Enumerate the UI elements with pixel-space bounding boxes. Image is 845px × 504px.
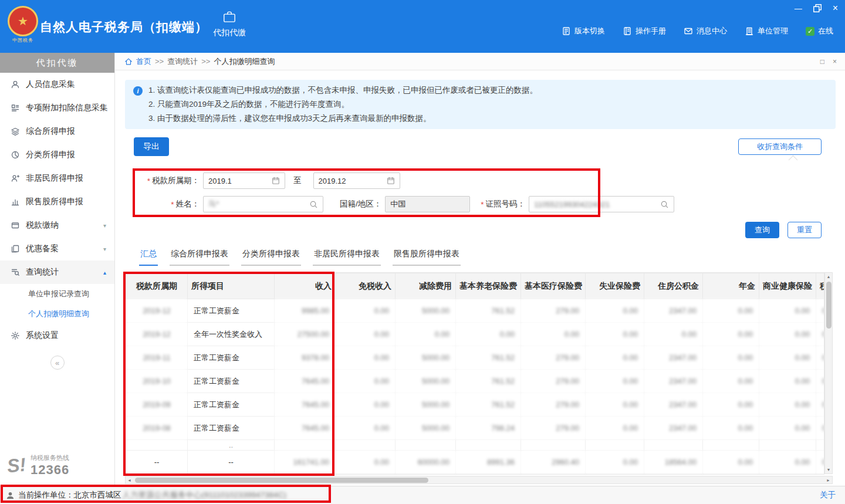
table-cell: 0.00 xyxy=(759,299,816,323)
vertical-scroll-thumb[interactable] xyxy=(826,282,832,329)
name-input[interactable]: 马* xyxy=(203,196,323,212)
tax-bureau-logo: ★ 中国税务 xyxy=(6,6,40,43)
table-row[interactable]: 2019-12正常工资薪金9985.000.005000.00761.52279… xyxy=(126,299,825,323)
nav-message-center[interactable]: 消息中心 xyxy=(684,26,727,36)
table-cell: 正常工资薪金 xyxy=(188,417,275,440)
toolbar: 导出 收折查询条件 xyxy=(125,137,836,156)
person-icon xyxy=(6,491,15,500)
tab-classified-income[interactable]: 分类所得申报表 xyxy=(241,249,301,266)
scroll-right-arrow[interactable]: ► xyxy=(824,476,832,483)
sidebar-subitem-unit-declaration-query[interactable]: 单位申报记录查询 xyxy=(0,284,114,304)
horizontal-scrollbar[interactable]: ◄ ► xyxy=(125,476,833,484)
building-icon xyxy=(745,26,754,36)
sidebar-item-label: 人员信息采集 xyxy=(26,79,75,90)
table-cell: 0.00 xyxy=(816,346,825,370)
emblem-icon: ★ xyxy=(8,6,38,36)
name-label: *姓名： xyxy=(134,199,200,209)
breadcrumb-home[interactable]: 首页 xyxy=(136,56,151,67)
collapse-query-button[interactable]: 收折查询条件 xyxy=(738,138,822,155)
sidebar-collapse-button[interactable]: « xyxy=(50,356,65,370)
nav-manual[interactable]: 操作手册 xyxy=(623,26,666,36)
sidebar-item-comprehensive-income[interactable]: 综合所得申报 xyxy=(0,120,114,143)
sidebar-item-label: 系统设置 xyxy=(26,330,59,341)
search-icon[interactable] xyxy=(660,200,669,209)
sidebar-item-nonresident-income[interactable]: 非居民所得申报 xyxy=(0,167,114,190)
table-cell: 0.00 xyxy=(759,417,816,440)
table-cell: 0.00 xyxy=(336,393,396,417)
table-cell: 761.52 xyxy=(456,393,521,417)
scroll-left-arrow[interactable]: ◄ xyxy=(126,476,133,483)
table-cell xyxy=(275,440,336,451)
period-start-input[interactable]: 2019.1 xyxy=(203,172,285,189)
table-cell: 7645.00 xyxy=(275,417,336,440)
sidebar-item-preference-filing[interactable]: 优惠备案 ▾ xyxy=(0,237,114,261)
sidebar-subitem-label: 单位申报记录查询 xyxy=(28,289,89,299)
hotline-number: 12366 xyxy=(31,462,69,478)
table-partial-row[interactable]: .. xyxy=(126,440,825,451)
about-link[interactable]: 关于 xyxy=(820,490,836,500)
id-number-input[interactable]: 110552199304224321 xyxy=(529,196,674,212)
sidebar-item-restricted-shares[interactable]: 限售股所得申报 xyxy=(0,190,114,214)
minimize-button[interactable]: — xyxy=(795,4,802,13)
period-end-input[interactable]: 2019.12 xyxy=(313,172,400,189)
vertical-scrollbar[interactable]: ▲ ▼ xyxy=(824,272,833,474)
window-controls: — × xyxy=(795,3,838,13)
restore-button[interactable] xyxy=(813,4,822,13)
reset-button[interactable]: 重置 xyxy=(787,222,822,238)
tab-nonresident-income[interactable]: 非居民所得申报表 xyxy=(313,249,381,266)
table-cell: 279.00 xyxy=(521,299,586,323)
table-cell: 正常工资薪金 xyxy=(188,346,275,370)
table-total-row[interactable]: ----161741.000.0060000.008991.362960.400… xyxy=(126,451,825,474)
sidebar-item-special-deduction[interactable]: 专项附加扣除信息采集 xyxy=(0,96,114,120)
table-row[interactable]: 2019-08正常工资薪金7645.000.005000.00798.24279… xyxy=(126,417,825,440)
horizontal-scroll-thumb[interactable] xyxy=(135,478,428,483)
table-row[interactable]: 2019-09正常工资薪金7645.000.005000.00761.52279… xyxy=(126,393,825,417)
close-button[interactable]: × xyxy=(833,3,838,13)
sidebar-item-tax-payment[interactable]: 税款缴纳 ▾ xyxy=(0,214,114,237)
search-icon[interactable] xyxy=(309,200,318,209)
region-label: 国籍/地区： xyxy=(340,199,381,209)
calendar-icon[interactable] xyxy=(387,177,395,185)
sidebar-item-query-statistics[interactable]: 查询统计 ▴ xyxy=(0,261,114,284)
nav-unit-management[interactable]: 单位管理 xyxy=(745,26,788,36)
export-button[interactable]: 导出 xyxy=(134,137,169,156)
sidebar-item-system-settings[interactable]: 系统设置 xyxy=(0,324,114,347)
column-header: 税 xyxy=(816,273,825,299)
calendar-icon[interactable] xyxy=(272,177,280,185)
table-cell: 18564.00 xyxy=(644,451,703,474)
info-icon: i xyxy=(133,86,143,96)
tab-restricted-shares[interactable]: 限售股所得申报表 xyxy=(393,249,461,266)
region-input[interactable]: 中国 xyxy=(385,196,470,212)
hotline-logo-icon: S! xyxy=(6,454,27,477)
sidebar-item-personnel-info[interactable]: 人员信息采集 xyxy=(0,73,114,96)
tab-withholding-module[interactable]: 代扣代缴 xyxy=(204,9,255,38)
table-cell: 5000.00 xyxy=(396,299,456,323)
table-cell: 0.00 xyxy=(586,370,644,393)
table-row[interactable]: 2019-12全年一次性奖金收入27500.000.000.000.000.00… xyxy=(126,323,825,346)
form-actions: 查询 重置 xyxy=(125,222,836,238)
pane-close-button[interactable]: × xyxy=(833,57,837,66)
id-number-label: *证照号码： xyxy=(481,199,525,209)
tab-comprehensive-income[interactable]: 综合所得申报表 xyxy=(170,249,229,266)
nav-online-status[interactable]: ✓ 在线 xyxy=(806,26,833,36)
operating-unit-label: 当前操作单位： xyxy=(18,490,74,500)
tab-summary[interactable]: 汇总 xyxy=(139,249,158,266)
pane-restore-button[interactable]: □ xyxy=(820,57,824,66)
column-header: 所得项目 xyxy=(188,273,275,299)
sidebar-item-classified-income[interactable]: 分类所得申报 xyxy=(0,143,114,167)
table-cell: 5000.00 xyxy=(396,417,456,440)
sidebar-subitem-personal-withholding-detail-query[interactable]: 个人扣缴明细查询 xyxy=(0,304,114,324)
nav-version-switch[interactable]: 版本切换 xyxy=(562,26,605,36)
query-button[interactable]: 查询 xyxy=(745,222,779,238)
sidebar-item-label: 专项附加扣除信息采集 xyxy=(26,103,108,113)
column-header: 基本养老保险费 xyxy=(456,273,521,299)
required-mark: * xyxy=(171,200,174,209)
scroll-up-arrow[interactable]: ▲ xyxy=(825,273,832,280)
column-header: 免税收入 xyxy=(336,273,396,299)
table-cell: 0.00 xyxy=(759,323,816,346)
table-row[interactable]: 2019-10正常工资薪金7645.000.005000.00761.52279… xyxy=(126,370,825,393)
scroll-down-arrow[interactable]: ▼ xyxy=(825,466,832,473)
table-cell: 正常工资薪金 xyxy=(188,299,275,323)
table-cell xyxy=(521,440,586,451)
table-row[interactable]: 2019-11正常工资薪金9378.000.005000.00761.52279… xyxy=(126,346,825,370)
